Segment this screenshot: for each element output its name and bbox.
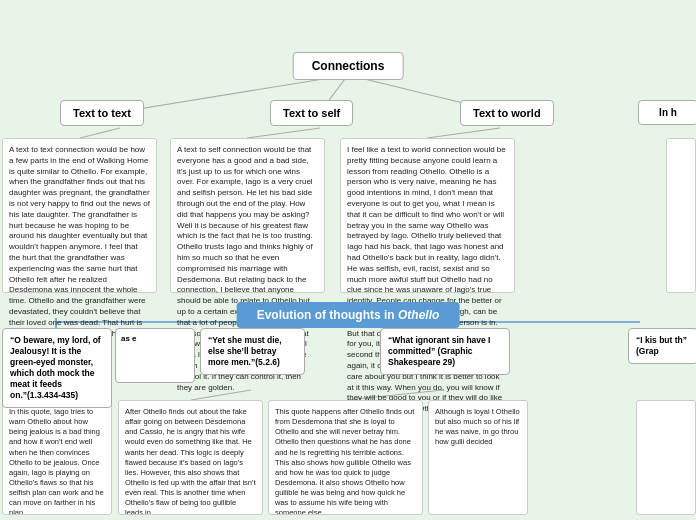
text-to-world-box[interactable]: Text to world bbox=[460, 100, 554, 126]
content-block-text-to-text: A text to text connection would be how a… bbox=[2, 138, 157, 293]
left-partial-quote-box: as e bbox=[115, 328, 195, 383]
central-node: Connections bbox=[293, 52, 404, 80]
text-to-text-box[interactable]: Text to text bbox=[60, 100, 144, 126]
evo-banner-text: Evolution of thoughts in Othello bbox=[257, 308, 440, 322]
evolution-banner: Evolution of thoughts in Othello bbox=[237, 302, 460, 328]
quote-box-1: “O beware, my lord, of Jealousy! It is t… bbox=[2, 328, 112, 408]
bottom-block-2: After Othello finds out about the fake a… bbox=[118, 400, 263, 515]
svg-line-3 bbox=[80, 128, 120, 138]
svg-line-4 bbox=[247, 128, 320, 138]
svg-line-5 bbox=[427, 128, 500, 138]
quote-box-2: “Yet she must die, else she’ll betray mo… bbox=[200, 328, 305, 375]
content-block-text-to-world: I feel like a text to world connection w… bbox=[340, 138, 515, 293]
right-partial-box: In h bbox=[638, 100, 696, 125]
bottom-block-1: In this quote, Iago tries to warn Othell… bbox=[2, 400, 112, 515]
bottom-block-3: This quote happens after Othello finds o… bbox=[268, 400, 423, 515]
text-to-self-box[interactable]: Text to self bbox=[270, 100, 353, 126]
quote-box-4: “I kis but th” (Grap bbox=[628, 328, 696, 364]
bottom-block-4: Although is loyal t Othello but also muc… bbox=[428, 400, 528, 515]
quote-box-3: “What ignorant sin have I committed” (Gr… bbox=[380, 328, 510, 375]
canvas: Connections Text to text Text to self Te… bbox=[0, 0, 696, 520]
bottom-block-5 bbox=[636, 400, 696, 515]
content-block-text-to-self: A text to self connection would be that … bbox=[170, 138, 325, 293]
content-block-right-partial bbox=[666, 138, 696, 293]
